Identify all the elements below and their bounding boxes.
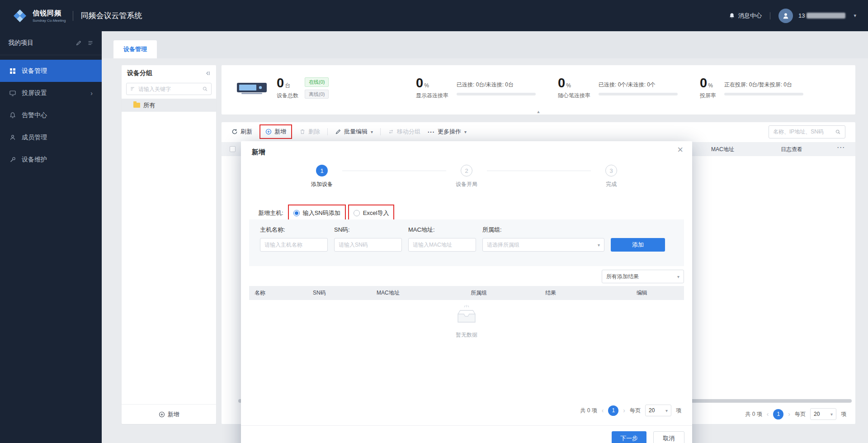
metric-unit: % xyxy=(424,82,429,89)
plus-circle-icon xyxy=(265,129,272,135)
modal-table-header: 名称 SN码 MAC地址 所属组 结果 编辑 xyxy=(249,286,684,300)
column-header-edit: 编辑 xyxy=(631,289,684,297)
per-page-select[interactable]: 20 ▾ xyxy=(645,405,671,416)
per-page-select[interactable]: 20 ▾ xyxy=(810,408,836,420)
batch-edit-button[interactable]: 批量编辑 ▾ xyxy=(335,128,373,136)
metric-unit: % xyxy=(566,82,571,89)
device-illustration xyxy=(235,78,270,99)
add-device-modal: 新增 × 1 添加设备 2 设备开局 3 完成 新增主机: 输入SN码添加 xyxy=(241,141,692,443)
next-page-icon[interactable]: › xyxy=(623,407,625,414)
sn-code-field[interactable] xyxy=(334,238,402,252)
group-tree-item-label: 所有 xyxy=(143,101,155,110)
more-dots-icon: ··· xyxy=(428,129,435,135)
caret-down-icon: ▾ xyxy=(830,412,833,417)
column-header-name: 名称 xyxy=(249,289,307,297)
group-add-button[interactable]: 新增 xyxy=(122,404,216,424)
next-page-icon[interactable]: › xyxy=(788,410,790,418)
column-header-group: 所属组 xyxy=(465,289,540,297)
metric-value: 0 xyxy=(558,76,565,90)
metric-detail-text: 已连接: 0个/未连接: 0个 xyxy=(599,81,678,89)
page-number-button[interactable]: 1 xyxy=(773,409,783,419)
prev-page-icon[interactable]: ‹ xyxy=(767,410,769,418)
per-page-unit: 项 xyxy=(841,410,846,418)
toolbar-add-button[interactable]: 新增 xyxy=(265,128,286,136)
select-all-checkbox[interactable] xyxy=(230,146,236,152)
tree-filter-icon[interactable] xyxy=(130,86,136,92)
move-group-label: 移动分组 xyxy=(397,128,420,136)
host-name-field[interactable] xyxy=(260,238,328,252)
tab-bar: 设备管理 xyxy=(102,31,868,58)
more-actions-label: 更多操作 xyxy=(438,128,461,136)
tab-device-management[interactable]: 设备管理 xyxy=(113,40,157,58)
stat-total-devices: 0台 设备总数 在线(0) 离线(0) xyxy=(235,76,416,100)
sidebar-item-alert-center[interactable]: 告警中心 xyxy=(0,104,102,126)
group-select-placeholder: 请选择所属组 xyxy=(487,241,519,249)
logo-text-en: Sundray Co-Meeting xyxy=(33,19,66,23)
prev-page-icon[interactable]: ‹ xyxy=(602,407,604,414)
sidebar-item-member-management[interactable]: 成员管理 xyxy=(0,126,102,148)
toolbar-divider xyxy=(380,128,381,135)
add-label: 新增 xyxy=(274,128,286,136)
sidebar-item-label: 成员管理 xyxy=(22,133,47,142)
sidebar-item-label: 告警中心 xyxy=(22,111,47,119)
group-select[interactable]: 请选择所属组 ▾ xyxy=(482,238,604,252)
sidebar-item-device-management[interactable]: 设备管理 xyxy=(0,60,102,82)
radio-excel-import[interactable] xyxy=(354,210,360,216)
user-phone-prefix: 13 xyxy=(798,12,805,19)
user-phone-redacted xyxy=(807,13,845,19)
modal-close-icon[interactable]: × xyxy=(677,145,683,155)
message-center-button[interactable]: 消息中心 xyxy=(728,12,762,20)
mac-address-field[interactable] xyxy=(408,238,476,252)
column-settings-icon[interactable]: ··· xyxy=(837,144,845,151)
search-icon[interactable] xyxy=(202,86,208,92)
column-header-mac: MAC地址 xyxy=(371,289,465,297)
refresh-icon xyxy=(231,129,238,135)
caret-down-icon: ▾ xyxy=(598,243,600,248)
total-devices-label: 设备总数 xyxy=(277,92,298,100)
search-icon[interactable] xyxy=(835,129,841,135)
user-name[interactable]: 13 xyxy=(798,12,845,19)
next-step-button[interactable]: 下一步 xyxy=(612,431,646,443)
step-label: 完成 xyxy=(606,181,617,188)
top-bar: 信锐同频 Sundray Co-Meeting 同频会议云管系统 消息中心 xyxy=(0,0,868,31)
mac-address-label: MAC地址: xyxy=(408,226,476,234)
metric-detail-text: 正在投屏: 0台/暂未投屏: 0台 xyxy=(724,81,803,89)
delete-button[interactable]: 删除 xyxy=(299,128,320,136)
pagination-total: 共 0 项 xyxy=(745,410,762,418)
column-header-log: 日志查看 xyxy=(781,146,802,153)
sidebar-item-device-maintenance[interactable]: 设备维护 xyxy=(0,148,102,171)
more-actions-button[interactable]: ··· 更多操作 ▾ xyxy=(428,128,467,136)
user-avatar[interactable] xyxy=(778,9,793,23)
project-list-icon[interactable] xyxy=(87,40,94,46)
step-label: 添加设备 xyxy=(311,181,333,188)
per-page-value: 20 xyxy=(814,411,820,417)
cast-screen-icon xyxy=(9,90,16,97)
refresh-button[interactable]: 刷新 xyxy=(231,128,252,136)
cancel-button[interactable]: 取消 xyxy=(653,431,684,443)
modal-footer-divider xyxy=(241,425,692,426)
stats-collapse-arrow-icon[interactable]: ▲ xyxy=(537,110,541,114)
radio-sn-add-label[interactable]: 输入SN码添加 xyxy=(303,209,340,217)
sidebar-item-projection-settings[interactable]: 投屏设置 › xyxy=(0,82,102,104)
device-search-input[interactable] xyxy=(773,129,832,135)
edit-pencil-icon[interactable] xyxy=(75,40,82,46)
result-filter-select[interactable]: 所有添加结果 ▾ xyxy=(602,270,684,283)
move-group-button[interactable]: 移动分组 xyxy=(388,128,420,136)
page-number-button[interactable]: 1 xyxy=(608,405,618,416)
pagination-total: 共 0 项 xyxy=(580,407,597,414)
delete-label: 删除 xyxy=(308,128,320,136)
group-tree-item-all[interactable]: 所有 xyxy=(122,99,216,112)
group-search-input[interactable] xyxy=(138,86,199,92)
add-device-form: 主机名称: SN码: MAC地址: 所属组: 请选择所属组 ▾ 添加 xyxy=(249,219,684,266)
progress-bar xyxy=(724,93,803,95)
user-menu-caret-icon[interactable]: ▾ xyxy=(854,13,856,19)
radio-excel-import-label[interactable]: Excel导入 xyxy=(363,209,389,217)
refresh-label: 刷新 xyxy=(241,128,252,136)
per-page-value: 20 xyxy=(649,407,655,414)
sidebar-item-label: 设备管理 xyxy=(22,67,47,75)
column-header-sn: SN码 xyxy=(307,289,371,297)
device-grid-icon xyxy=(9,67,16,75)
radio-sn-add[interactable] xyxy=(293,210,300,216)
panel-collapse-icon[interactable] xyxy=(204,70,211,76)
modal-add-button[interactable]: 添加 xyxy=(611,238,665,252)
